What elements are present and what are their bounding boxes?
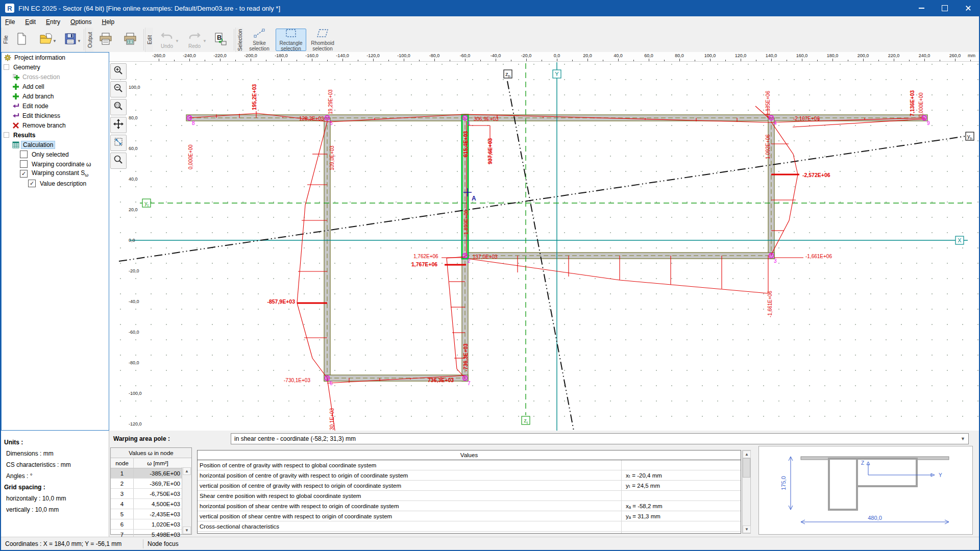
menu-help[interactable]: Help [96, 17, 119, 27]
checkbox-checked-icon[interactable]: ✓ [28, 180, 36, 187]
warping-pole-combobox[interactable]: in shear centre - coordinate (-58,2; 31,… [231, 433, 969, 444]
node-number: 6 [330, 381, 333, 386]
chevron-down-icon[interactable]: ▼ [203, 39, 207, 43]
maximize-button[interactable] [933, 0, 957, 16]
zoom-previous-button[interactable] [110, 153, 127, 169]
omega-row[interactable]: 44,500E+03 [111, 499, 191, 509]
chevron-down-icon[interactable]: ▼ [961, 436, 965, 441]
zoom-window-button[interactable] [110, 99, 127, 115]
scroll-down-icon[interactable]: ▼ [183, 527, 191, 534]
sidebar-item-results[interactable]: Results [2, 130, 109, 140]
menu-edit[interactable]: Edit [20, 17, 41, 27]
ruler-tick [220, 59, 220, 61]
cross-section-drawing[interactable]: YXytztzhyh195,2E+030,000E+00128,3E+0319,… [109, 52, 980, 431]
print-button[interactable] [94, 29, 117, 51]
preview-width-dim: 480,0 [868, 515, 882, 521]
undo-button[interactable]: Undo▼ [154, 29, 180, 51]
menu-file[interactable]: File [0, 17, 20, 27]
checkbox-checked-icon[interactable]: ✓ [20, 170, 28, 178]
zoom-out-button[interactable] [110, 81, 127, 97]
omega-row[interactable]: 2-369,7E+00 [111, 479, 191, 489]
minimize-button[interactable] [910, 0, 933, 16]
new-file-button[interactable] [10, 29, 33, 51]
sidebar-item-warping-constant-s[interactable]: ✓Warping constant Sω [2, 169, 109, 179]
tree-toggle-icon[interactable] [4, 64, 9, 70]
characteristics-row[interactable]: Cross-sectional characteristics [198, 521, 741, 532]
close-icon [965, 5, 971, 11]
chevron-down-icon[interactable]: ▼ [53, 39, 57, 43]
ruler-tick [633, 60, 634, 61]
sidebar-item-edit-node[interactable]: Edit node [2, 101, 109, 111]
preview-right-cell [857, 459, 917, 486]
redo-button[interactable]: Redo▼ [181, 29, 208, 51]
toolbar-separator [234, 29, 234, 51]
sidebar-item-value-description[interactable]: ✓Value description [2, 179, 109, 188]
characteristics-row[interactable]: vertical position of centre of gravity w… [198, 481, 741, 491]
sidebar-item-geometry[interactable]: Geometry [2, 62, 109, 72]
sidebar-item-project-information[interactable]: Project information [2, 53, 109, 62]
ruler-tick [771, 59, 772, 61]
strike-selection-button[interactable]: Strike selection [244, 29, 275, 51]
preview-z-axis-label: Z [861, 460, 864, 466]
ruler-tick [725, 60, 726, 61]
scroll-down-icon[interactable]: ▼ [743, 525, 751, 533]
pan-button[interactable] [110, 117, 127, 133]
characteristics-row[interactable]: vertical position of shear centre with r… [198, 511, 741, 521]
sidebar-item-calculation[interactable]: Calculation [2, 140, 109, 149]
ruler-label: -60,0 [129, 330, 139, 335]
warping-value-label: 1,899E+06 [463, 210, 469, 235]
node-number: 1 [468, 120, 471, 126]
sidebar-item-label: Only selected [30, 151, 70, 158]
characteristics-row[interactable]: Position of centre of gravity with respe… [198, 460, 741, 470]
rhomboid-selection-button[interactable]: Rhomboid selection [307, 29, 338, 51]
zoom-all-button[interactable] [110, 135, 127, 151]
warping-value-label: 7,136E+03 [909, 90, 915, 116]
drawing-canvas[interactable]: YXytztzhyh195,2E+030,000E+00128,3E+0319,… [109, 52, 980, 431]
ruler-tick [649, 59, 649, 61]
ruler-label: -120,0 [366, 53, 380, 58]
enter-icon [12, 112, 20, 119]
menu-entry[interactable]: Entry [41, 17, 65, 27]
sidebar-item-warping-coordinate-[interactable]: Warping coordinate ω [2, 159, 109, 169]
chevron-down-icon[interactable]: ▼ [175, 39, 179, 43]
characteristics-row[interactable]: horizontal position of shear centre with… [198, 501, 741, 511]
chevron-down-icon[interactable]: ▼ [77, 39, 81, 43]
scroll-up-icon[interactable]: ▲ [183, 467, 191, 475]
characteristics-row[interactable]: horizontal position of centre of gravity… [198, 470, 741, 481]
characteristics-row[interactable]: cross-sectional areaA = 5050,0 mm² [198, 532, 741, 534]
sidebar-item-edit-thickness[interactable]: Edit thickness [2, 111, 109, 120]
save-file-button[interactable]: ▼ [59, 29, 82, 51]
omega-row[interactable]: 1-385,6E+00 [111, 468, 191, 479]
omega-row[interactable]: 3-6,750E+03 [111, 489, 191, 499]
scrollbar-thumb[interactable] [743, 458, 750, 478]
characteristics-row[interactable]: Shear centre position with respect to gl… [198, 491, 741, 501]
warping-value-label: 615,4E+03 [462, 131, 469, 157]
checkbox-unchecked-icon[interactable] [20, 160, 28, 168]
sidebar-item-add-branch[interactable]: Add branch [2, 91, 109, 101]
tree-toggle-icon[interactable] [4, 132, 9, 138]
zoom-all-icon [113, 137, 124, 149]
ruler-label: 140,0 [766, 53, 777, 58]
omega-table-scrollbar[interactable]: ▲ ▼ [182, 467, 191, 534]
omega-value-cell: 4,500E+03 [134, 499, 182, 509]
warping-value-label: 0,000E+00 [188, 144, 193, 169]
sidebar-item-only-selected[interactable]: Only selected [2, 149, 109, 159]
close-button[interactable] [957, 0, 980, 16]
sidebar-item-add-cell[interactable]: Add cell [2, 82, 109, 91]
rectangle-selection-icon [285, 29, 297, 40]
print-document-button[interactable] [118, 29, 142, 51]
zoom-in-button[interactable] [110, 63, 127, 80]
scroll-up-icon[interactable]: ▲ [743, 450, 751, 458]
menu-options[interactable]: Options [65, 17, 96, 27]
sidebar-item-cross-section[interactable]: Cross-section [2, 72, 109, 82]
node-number: 3 [774, 258, 777, 264]
omega-row[interactable]: 61,020E+03 [111, 519, 191, 530]
copy-picture-button[interactable]: B [209, 29, 232, 51]
cursor-coordinates: Coordinates : X = 184,0 mm; Y = -56,1 mm [0, 540, 139, 547]
omega-row[interactable]: 5-2,435E+03 [111, 509, 191, 519]
checkbox-unchecked-icon[interactable] [20, 151, 28, 158]
characteristics-scrollbar[interactable]: ▲ ▼ [742, 450, 751, 534]
sidebar-item-remove-branch[interactable]: Remove branch [2, 120, 109, 130]
open-file-button[interactable]: ▼ [34, 29, 58, 51]
rectangle-selection-button[interactable]: Rectangle selection [276, 29, 306, 51]
